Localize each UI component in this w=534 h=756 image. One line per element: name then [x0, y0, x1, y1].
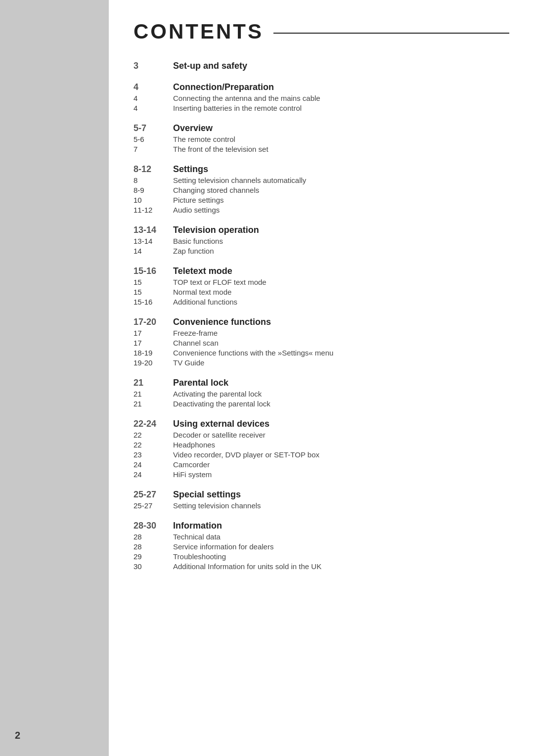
toc-section-heading: Parental lock	[173, 378, 228, 388]
toc-sub-row: 24Camcorder	[134, 460, 509, 469]
toc-sub-page: 17	[134, 329, 173, 337]
toc-sub-row: 7The front of the television set	[134, 145, 509, 153]
toc-sub-text: Additional Information for units sold in…	[173, 562, 321, 571]
toc-section-heading: Overview	[173, 123, 213, 133]
toc-page-range: 21	[134, 378, 173, 388]
toc-sub-row: 14Zap function	[134, 247, 509, 255]
toc-sub-row: 29Troubleshooting	[134, 552, 509, 561]
toc-sub-text: Picture settings	[173, 196, 224, 204]
toc-section: 5-7Overview5-6The remote control7The fro…	[134, 123, 509, 153]
toc-sub-text: The remote control	[173, 135, 235, 143]
main-content: CONTENTS 3Set-up and safety4Connection/P…	[109, 0, 534, 756]
toc-section: 22-24Using external devices22Decoder or …	[134, 419, 509, 479]
toc-sub-page: 17	[134, 339, 173, 347]
toc-sub-row: 28Service information for dealers	[134, 542, 509, 551]
toc-sub-text: Video recorder, DVD player or SET-TOP bo…	[173, 450, 319, 459]
toc-heading-row: 13-14Television operation	[134, 225, 509, 235]
toc-sub-text: Audio settings	[173, 206, 220, 214]
toc-sub-text: TV Guide	[173, 358, 204, 367]
toc-sub-page: 14	[134, 247, 173, 255]
toc-sub-row: 18-19Convenience functions with the »Set…	[134, 349, 509, 357]
toc-page-range: 5-7	[134, 123, 173, 133]
toc-sub-text: Zap function	[173, 247, 214, 255]
toc-sub-text: HiFi system	[173, 470, 212, 479]
toc-sub-text: Service information for dealers	[173, 542, 273, 551]
toc-heading-row: 28-30Information	[134, 521, 509, 531]
toc-sub-text: Headphones	[173, 441, 215, 449]
toc-sub-row: 15TOP text or FLOF text mode	[134, 278, 509, 286]
toc-sub-row: 10Picture settings	[134, 196, 509, 204]
toc-sub-text: Troubleshooting	[173, 552, 226, 561]
toc-section-heading: Special settings	[173, 489, 241, 500]
toc-sub-row: 5-6The remote control	[134, 135, 509, 143]
toc-sub-row: 4Inserting batteries in the remote contr…	[134, 104, 509, 112]
toc-heading-row: 8-12Settings	[134, 164, 509, 175]
toc-sub-row: 30Additional Information for units sold …	[134, 562, 509, 571]
toc-sub-row: 15Normal text mode	[134, 288, 509, 296]
toc-heading-row: 17-20Convenience functions	[134, 317, 509, 327]
toc-sub-row: 21Deactivating the parental lock	[134, 400, 509, 408]
toc-sub-text: Camcorder	[173, 460, 210, 469]
toc-sub-page: 28	[134, 542, 173, 551]
toc-sub-row: 21Activating the parental lock	[134, 390, 509, 398]
toc-sub-page: 19-20	[134, 358, 173, 367]
toc-heading-row: 3Set-up and safety	[134, 61, 509, 71]
toc-sub-page: 8	[134, 176, 173, 184]
toc-page-range: 3	[134, 61, 173, 71]
toc-sub-text: Convenience functions with the »Settings…	[173, 349, 333, 357]
toc-sub-row: 25-27Setting television channels	[134, 501, 509, 510]
toc-heading-row: 21Parental lock	[134, 378, 509, 388]
toc-section: 13-14Television operation13-14Basic func…	[134, 225, 509, 255]
toc-section-heading: Television operation	[173, 225, 259, 235]
toc-sub-page: 21	[134, 400, 173, 408]
toc-sub-page: 28	[134, 533, 173, 541]
toc-sub-page: 22	[134, 441, 173, 449]
toc-sub-row: 8Setting television channels automatical…	[134, 176, 509, 184]
toc-section: 28-30Information28Technical data28Servic…	[134, 521, 509, 571]
toc-sub-page: 5-6	[134, 135, 173, 143]
toc-page-range: 25-27	[134, 489, 173, 500]
toc-sub-text: Deactivating the parental lock	[173, 400, 270, 408]
toc-sub-text: Connecting the antenna and the mains cab…	[173, 94, 320, 102]
toc-sub-page: 23	[134, 450, 173, 459]
toc-sub-text: Activating the parental lock	[173, 390, 262, 398]
toc-sub-row: 15-16Additional functions	[134, 298, 509, 306]
toc-section: 15-16Teletext mode15TOP text or FLOF tex…	[134, 266, 509, 306]
toc-page-range: 17-20	[134, 317, 173, 327]
toc-section-heading: Using external devices	[173, 419, 269, 429]
toc-sub-page: 7	[134, 145, 173, 153]
toc-sub-row: 22Decoder or satellite receiver	[134, 431, 509, 439]
toc-section: 8-12Settings8Setting television channels…	[134, 164, 509, 214]
toc-sub-row: 19-20TV Guide	[134, 358, 509, 367]
toc-sub-page: 15	[134, 278, 173, 286]
toc-sub-text: Channel scan	[173, 339, 219, 347]
toc-section: 3Set-up and safety	[134, 61, 509, 71]
toc-sub-page: 30	[134, 562, 173, 571]
toc-sub-page: 4	[134, 94, 173, 102]
toc-sub-page: 24	[134, 470, 173, 479]
toc-section: 17-20Convenience functions17Freeze-frame…	[134, 317, 509, 367]
toc-sub-row: 11-12Audio settings	[134, 206, 509, 214]
toc-sub-page: 11-12	[134, 206, 173, 214]
title-section: CONTENTS	[134, 20, 509, 44]
toc-sub-page: 15-16	[134, 298, 173, 306]
toc-sub-row: 8-9Changing stored channels	[134, 186, 509, 194]
toc-sub-page: 25-27	[134, 501, 173, 510]
toc-sub-row: 24HiFi system	[134, 470, 509, 479]
toc-heading-row: 5-7Overview	[134, 123, 509, 133]
toc-sub-page: 13-14	[134, 237, 173, 245]
toc-sub-page: 22	[134, 431, 173, 439]
toc-heading-row: 4Connection/Preparation	[134, 82, 509, 92]
toc-sub-text: Technical data	[173, 533, 221, 541]
toc-sub-page: 15	[134, 288, 173, 296]
toc-sub-page: 24	[134, 460, 173, 469]
toc-sub-text: Setting television channels automaticall…	[173, 176, 306, 184]
toc-sub-row: 22Headphones	[134, 441, 509, 449]
toc-page-range: 4	[134, 82, 173, 92]
toc-section-heading: Settings	[173, 164, 208, 175]
toc-page-range: 28-30	[134, 521, 173, 531]
toc-sub-row: 4Connecting the antenna and the mains ca…	[134, 94, 509, 102]
toc-section: 4Connection/Preparation4Connecting the a…	[134, 82, 509, 112]
toc-section-heading: Convenience functions	[173, 317, 271, 327]
toc-sub-text: Normal text mode	[173, 288, 231, 296]
